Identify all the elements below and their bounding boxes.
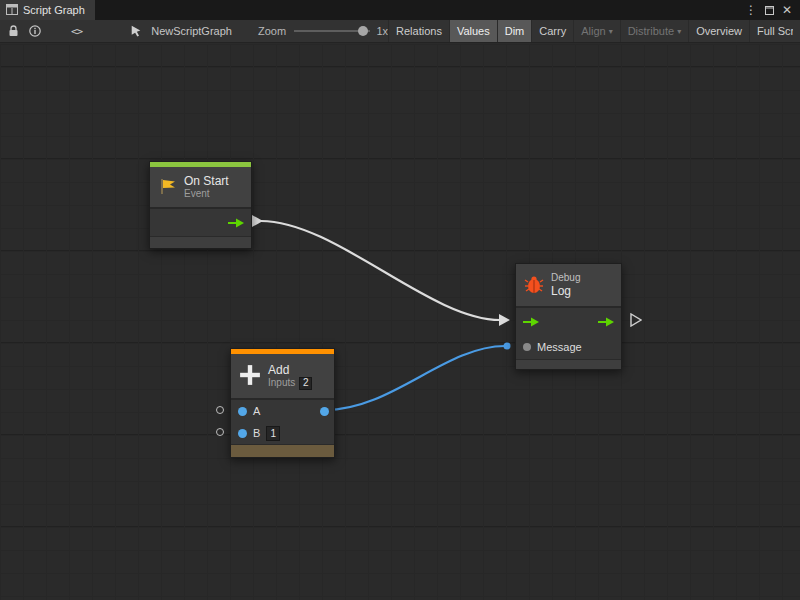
flow-output-port[interactable]	[598, 317, 614, 327]
port-a-input[interactable]	[238, 407, 247, 416]
port-b-label: B	[253, 427, 260, 439]
overview-button[interactable]: Overview	[688, 20, 749, 42]
graph-canvas[interactable]: On Start Event	[0, 44, 800, 600]
port-a-label: A	[253, 405, 260, 417]
carry-button[interactable]: Carry	[531, 20, 573, 42]
wires-layer	[0, 44, 800, 600]
add-port-row-b: B 1	[231, 422, 334, 444]
chevron-down-icon: ▾	[609, 27, 613, 36]
add-footer	[231, 444, 334, 457]
kebab-menu-icon[interactable]: ⋮	[743, 1, 759, 19]
on-start-port-row	[150, 209, 251, 236]
run-indicator-triangle	[630, 313, 642, 331]
debug-log-header[interactable]: Debug Log	[516, 264, 621, 306]
info-icon[interactable]	[24, 20, 46, 42]
align-dropdown: Align▾	[573, 20, 619, 42]
debug-log-message-row: Message	[516, 335, 621, 359]
close-icon[interactable]: ✕	[779, 1, 795, 19]
port-b-input[interactable]	[238, 429, 247, 438]
zoom-label: Zoom	[258, 25, 286, 37]
on-start-header[interactable]: On Start Event	[150, 167, 251, 207]
bug-icon	[524, 274, 544, 296]
window-controls: ⋮ ✕	[743, 0, 800, 20]
zoom-value: 1x	[376, 25, 388, 37]
zoom-slider[interactable]	[294, 26, 370, 36]
connection-add-to-log-message[interactable]	[325, 343, 511, 411]
distribute-dropdown: Distribute▾	[620, 20, 688, 42]
flow-input-port[interactable]	[523, 317, 539, 327]
graph-name: NewScriptGraph	[151, 25, 232, 37]
chevron-down-icon: ▾	[677, 27, 681, 36]
sum-output-port[interactable]	[320, 407, 329, 416]
values-button[interactable]: Values	[449, 20, 497, 42]
on-start-subtitle: Event	[184, 188, 229, 200]
debug-log-footer	[516, 359, 621, 369]
message-port-label: Message	[537, 341, 582, 353]
plus-icon	[239, 364, 261, 388]
add-port-row-a: A	[231, 400, 334, 422]
script-graph-window: Script Graph ⋮ ✕ <> NewScriptGraph Zoom …	[0, 0, 800, 600]
node-on-start[interactable]: On Start Event	[149, 161, 252, 249]
port-b-proxy-circle	[216, 428, 224, 436]
code-icon[interactable]: <>	[66, 20, 87, 42]
tab-script-graph[interactable]: Script Graph	[0, 0, 95, 20]
titlebar: Script Graph ⋮ ✕	[0, 0, 800, 20]
port-a-proxy-circle	[216, 406, 224, 414]
toolbar-button-group: Relations Values Dim Carry Align▾ Distri…	[388, 20, 800, 42]
add-inputs-label: Inputs	[268, 377, 295, 389]
tab-title: Script Graph	[23, 4, 85, 16]
add-header[interactable]: Add Inputs 2	[231, 354, 334, 398]
zoom-slider-handle[interactable]	[358, 26, 368, 36]
message-input-port[interactable]	[523, 343, 531, 351]
graph-asset-icon	[125, 20, 147, 42]
relations-button[interactable]: Relations	[388, 20, 449, 42]
connection-onstart-to-log[interactable]	[252, 215, 510, 326]
flag-icon	[158, 177, 177, 198]
on-start-title: On Start	[184, 174, 229, 188]
maximize-icon[interactable]	[761, 1, 777, 19]
node-debug-log[interactable]: Debug Log Message	[515, 263, 622, 370]
dim-button[interactable]: Dim	[497, 20, 532, 42]
lock-icon[interactable]	[3, 20, 24, 42]
flow-output-port[interactable]	[228, 218, 244, 228]
add-inputs-count-field[interactable]: 2	[299, 377, 312, 390]
toolbar: <> NewScriptGraph Zoom 1x Relations Valu…	[0, 20, 800, 43]
port-b-value-field[interactable]: 1	[266, 426, 280, 441]
node-add[interactable]: Add Inputs 2 A B 1	[230, 348, 335, 458]
debug-log-title: Log	[551, 284, 580, 298]
graph-window-icon	[6, 4, 18, 17]
debug-log-eyebrow: Debug	[551, 272, 580, 284]
debug-log-flow-row	[516, 308, 621, 335]
add-title: Add	[268, 363, 312, 377]
full-screen-button[interactable]: Full Screen	[749, 20, 800, 42]
add-subtitle: Inputs 2	[268, 377, 312, 390]
on-start-footer	[150, 236, 251, 248]
